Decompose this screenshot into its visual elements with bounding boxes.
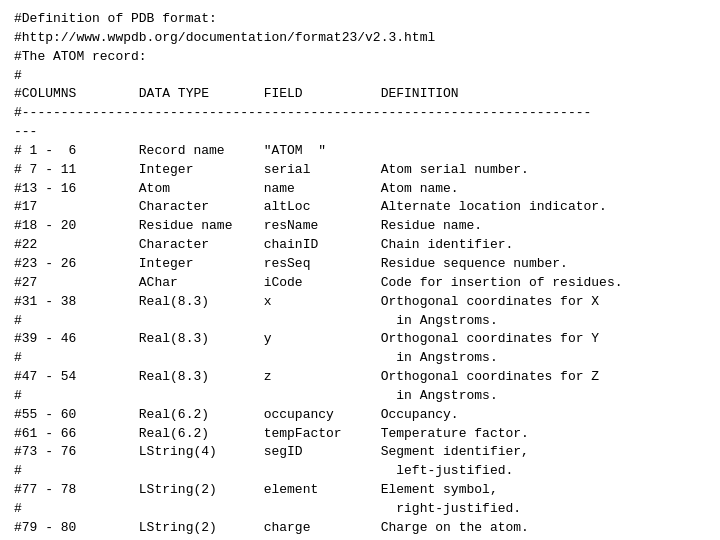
pdb-format-document: #Definition of PDB format: #http://www.w… — [14, 10, 706, 538]
